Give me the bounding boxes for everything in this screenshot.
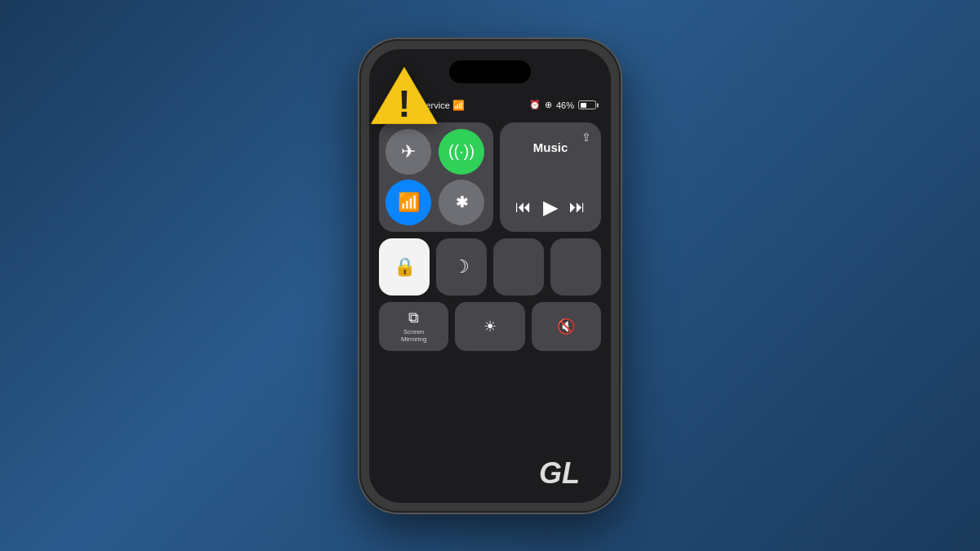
- previous-track-button[interactable]: ⏮: [515, 198, 532, 216]
- screen-mirroring-icon: ⧉: [408, 309, 419, 327]
- screen-mirroring-label: ScreenMirroring: [401, 329, 427, 344]
- svg-text:!: !: [398, 82, 411, 124]
- focus-button[interactable]: [493, 238, 544, 295]
- airplane-mode-button[interactable]: ✈: [385, 129, 431, 175]
- brightness-icon: ☀: [483, 318, 497, 335]
- wifi-button[interactable]: 📶: [385, 180, 431, 225]
- location-icon: ⊕: [545, 100, 552, 110]
- scene: ! No Service 📶 ⏰: [359, 39, 621, 513]
- dynamic-island: [449, 60, 531, 83]
- music-controls: ⏮ ▶ ⏭: [510, 193, 591, 222]
- gl-logo: GL: [539, 459, 580, 488]
- music-title: Music: [510, 140, 591, 154]
- battery-fill: [581, 103, 587, 108]
- play-pause-button[interactable]: ▶: [543, 196, 558, 219]
- do-not-disturb-button[interactable]: ☽: [436, 238, 487, 295]
- cellular-data-button[interactable]: ((·)): [439, 129, 484, 175]
- wifi-status-icon: 📶: [452, 100, 465, 111]
- warning-triangle-icon: !: [368, 64, 441, 127]
- moon-icon: ☽: [453, 256, 470, 278]
- airplane-icon: ✈: [401, 141, 416, 162]
- orientation-lock-icon: 🔒: [394, 256, 416, 278]
- gl-logo-text: GL: [539, 459, 580, 488]
- connectivity-grid: ✈ ((·)) 📶 ✱: [379, 122, 493, 232]
- bluetooth-button[interactable]: ✱: [439, 180, 484, 225]
- silent-button[interactable]: [550, 238, 601, 295]
- bottom-row: ⧉ ScreenMirroring ☀ 🔇: [379, 302, 601, 351]
- middle-row: 🔒 ☽: [379, 238, 601, 295]
- music-widget: ⇪ Music ⏮ ▶ ⏭: [500, 122, 601, 232]
- battery-percentage: 46%: [556, 100, 574, 110]
- wifi-icon: 📶: [398, 192, 420, 213]
- volume-icon: 🔇: [557, 318, 575, 335]
- volume-button[interactable]: 🔇: [532, 302, 601, 351]
- control-center: ✈ ((·)) 📶 ✱ ⇪: [379, 122, 601, 495]
- airplay-icon[interactable]: ⇪: [581, 131, 591, 144]
- cellular-icon: ((·)): [448, 142, 474, 161]
- screen-mirroring-button[interactable]: ⧉ ScreenMirroring: [379, 302, 448, 351]
- orientation-lock-button[interactable]: 🔒: [379, 238, 430, 295]
- next-track-button[interactable]: ⏭: [569, 198, 586, 216]
- status-right: ⏰ ⊕ 46%: [529, 100, 596, 110]
- alarm-icon: ⏰: [529, 100, 541, 110]
- battery-icon: [578, 100, 596, 109]
- bluetooth-icon: ✱: [456, 193, 468, 211]
- brightness-button[interactable]: ☀: [455, 302, 524, 351]
- top-row: ✈ ((·)) 📶 ✱ ⇪: [379, 122, 601, 232]
